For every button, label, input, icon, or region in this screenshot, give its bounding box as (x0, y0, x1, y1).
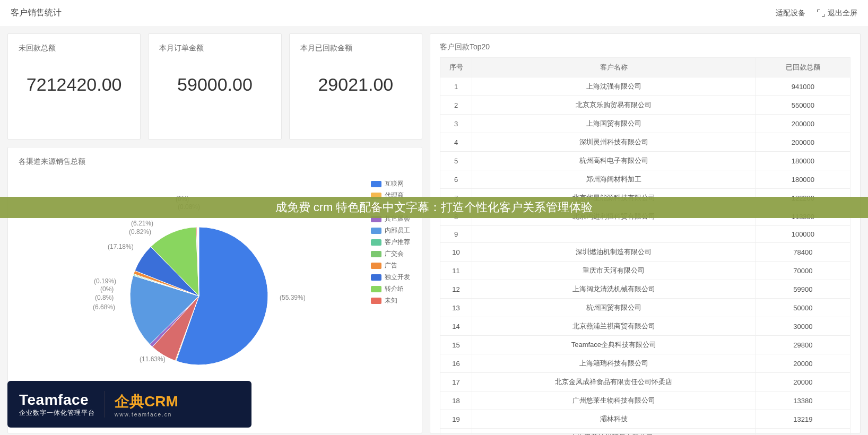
cell-amount: 20000 (756, 373, 850, 392)
table-row[interactable]: 11重庆市天河有限公司70000 (440, 262, 850, 280)
cell-name: 广州悠莱生物科技有限公司 (472, 392, 756, 410)
cell-idx: 19 (440, 410, 472, 429)
cell-name: 杭州国贸有限公司 (472, 299, 756, 317)
table-row[interactable]: 20上海爱普神州贸易有限公司111500 (440, 429, 850, 436)
table-row[interactable]: 2北京京乐购贸易有限公司550000 (440, 96, 850, 115)
legend-label: 广告 (385, 261, 397, 270)
pie-pct-label: (11.63%) (140, 355, 166, 363)
cell-name: 重庆市天河有限公司 (472, 262, 756, 280)
cell-name: 上海爱普神州贸易有限公司1 (472, 429, 756, 436)
cell-name (472, 226, 756, 243)
cell-idx: 16 (440, 354, 472, 373)
stat-value: 29021.00 (300, 74, 411, 95)
legend-swatch (371, 181, 381, 187)
right-column: 客户回款Top20 序号 客户名称 已回款总额 1上海沈强有限公司9410002… (430, 33, 861, 433)
stat-month-order-card: 本月订单金额 59000.00 (148, 33, 281, 140)
pie-pct-label: (6.21%) (131, 220, 153, 227)
table-header-row: 序号 客户名称 已回款总额 (440, 58, 850, 77)
col-index[interactable]: 序号 (440, 58, 472, 77)
stat-unpaid-card: 未回款总额 7212420.00 (7, 33, 141, 140)
overlay-banner: 成免费 crm 特色配备中文字幕：打造个性化客户关系管理体验 (0, 197, 868, 218)
legend-label: 独立开发 (385, 273, 410, 282)
cell-name: 郑州海阔材料加工 (472, 170, 756, 189)
cell-idx: 11 (440, 262, 472, 280)
table-row[interactable]: 6郑州海阔材料加工180000 (440, 170, 850, 189)
logo-badge: Teamface 企业数字一体化管理平台 企典CRM www.teamface.… (7, 381, 251, 428)
main: 未回款总额 7212420.00 本月订单金额 59000.00 本月已回款金额… (0, 26, 868, 435)
cell-idx: 20 (440, 429, 472, 436)
logo-divider (105, 391, 105, 417)
legend-swatch (371, 298, 381, 304)
table-title: 客户回款Top20 (440, 42, 850, 52)
pie-pct-label: (6.68%) (93, 303, 115, 311)
legend-item[interactable]: 独立开发 (371, 273, 410, 282)
legend-label: 内部员工 (385, 226, 410, 235)
logo-right: 企典CRM www.teamface.cn (115, 392, 178, 417)
cell-amount: 11500 (756, 429, 850, 436)
table-row[interactable]: 16上海籍瑞科技有限公司20000 (440, 354, 850, 373)
cell-amount: 13219 (756, 410, 850, 429)
cell-amount: 550000 (756, 96, 850, 115)
legend-item[interactable]: 互联网 (371, 179, 410, 188)
cell-idx: 17 (440, 373, 472, 392)
cell-idx: 18 (440, 392, 472, 410)
legend-swatch (371, 239, 381, 246)
table-row[interactable]: 1上海沈强有限公司941000 (440, 77, 850, 96)
legend-item[interactable]: 内部员工 (371, 226, 410, 235)
legend-label: 互联网 (385, 179, 404, 188)
table-row[interactable]: 12上海阔龙清洗机械有限公司59900 (440, 280, 850, 299)
table-row[interactable]: 14北京燕浦兰祺商贸有限公司30000 (440, 317, 850, 336)
cell-idx: 13 (440, 299, 472, 317)
pie-pct-label: (17.18%) (108, 243, 134, 250)
table-row[interactable]: 9100000 (440, 226, 850, 243)
cell-amount: 59900 (756, 280, 850, 299)
cell-amount: 180000 (756, 170, 850, 189)
cell-idx: 3 (440, 115, 472, 133)
cell-amount: 70000 (756, 262, 850, 280)
cell-idx: 15 (440, 336, 472, 354)
legend-item[interactable]: 广交会 (371, 249, 410, 258)
adapt-device-button[interactable]: 适配设备 (776, 8, 805, 18)
table-row[interactable]: 18广州悠莱生物科技有限公司13380 (440, 392, 850, 410)
cell-amount: 180000 (756, 152, 850, 170)
cell-idx: 6 (440, 170, 472, 189)
top20-table-card: 客户回款Top20 序号 客户名称 已回款总额 1上海沈强有限公司9410002… (430, 33, 861, 433)
table-row[interactable]: 17北京金凤成祥食品有限责任公司怀柔店20000 (440, 373, 850, 392)
legend-item[interactable]: 广告 (371, 261, 410, 270)
table-row[interactable]: 15Teamface企典科技有限公司29800 (440, 336, 850, 354)
legend-item[interactable]: 客户推荐 (371, 238, 410, 247)
legend-item[interactable]: 未知 (371, 296, 410, 305)
legend-item[interactable]: 转介绍 (371, 284, 410, 293)
table-row[interactable]: 13杭州国贸有限公司50000 (440, 299, 850, 317)
logo-subtitle: 企业数字一体化管理平台 (19, 408, 95, 417)
cell-name: 北京京乐购贸易有限公司 (472, 96, 756, 115)
fullscreen-icon (817, 10, 824, 17)
exit-fullscreen-button[interactable]: 退出全屏 (817, 8, 857, 18)
table-row[interactable]: 3上海国贸有限公司200000 (440, 115, 850, 133)
logo-left: Teamface 企业数字一体化管理平台 (19, 392, 95, 417)
logo-url: www.teamface.cn (115, 412, 178, 417)
stat-value: 59000.00 (159, 74, 270, 95)
table-row[interactable]: 5杭州高科电子有限公司180000 (440, 152, 850, 170)
table-row[interactable]: 10深圳燃油机制造有限公司78400 (440, 243, 850, 262)
col-amount[interactable]: 已回款总额 (756, 58, 850, 77)
cell-idx: 14 (440, 317, 472, 336)
stat-value: 7212420.00 (19, 74, 129, 95)
table-row[interactable]: 19灞林科技13219 (440, 410, 850, 429)
legend-swatch (371, 274, 381, 281)
cell-amount: 30000 (756, 317, 850, 336)
chart-title: 各渠道来源销售总额 (19, 157, 411, 167)
exit-fullscreen-label: 退出全屏 (828, 8, 857, 18)
left-column: 未回款总额 7212420.00 本月订单金额 59000.00 本月已回款金额… (7, 33, 422, 433)
cell-amount: 100000 (756, 226, 850, 243)
cell-idx: 4 (440, 133, 472, 152)
adapt-device-label: 适配设备 (776, 8, 805, 18)
pie-pct-label: (0.82%) (129, 228, 151, 236)
cell-amount: 200000 (756, 115, 850, 133)
cell-name: 灞林科技 (472, 410, 756, 429)
col-customer-name[interactable]: 客户名称 (472, 58, 756, 77)
logo-brand: Teamface (19, 392, 95, 408)
top20-table: 序号 客户名称 已回款总额 1上海沈强有限公司9410002北京京乐购贸易有限公… (440, 57, 850, 435)
table-row[interactable]: 4深圳灵州科技有限公司200000 (440, 133, 850, 152)
cell-amount: 941000 (756, 77, 850, 96)
